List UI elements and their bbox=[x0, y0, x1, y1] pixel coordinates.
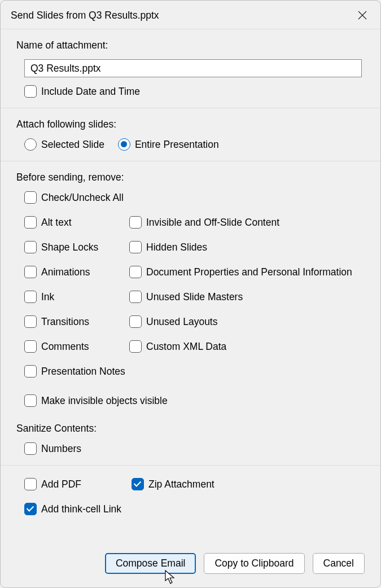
transitions-label[interactable]: Transitions bbox=[41, 316, 89, 328]
attachment-name-input[interactable] bbox=[24, 59, 362, 77]
ink-checkbox[interactable] bbox=[24, 291, 37, 303]
selected-slide-radio[interactable] bbox=[24, 138, 37, 151]
invisible-content-checkbox[interactable] bbox=[129, 216, 142, 229]
sanitize-section: Sanitize Contents: Numbers bbox=[1, 419, 380, 465]
add-link-label[interactable]: Add think-cell Link bbox=[41, 503, 121, 515]
alt-text-checkbox[interactable] bbox=[24, 216, 37, 229]
scope-label: Attach following slides: bbox=[16, 119, 365, 130]
shape-locks-label[interactable]: Shape Locks bbox=[41, 242, 98, 253]
close-icon bbox=[358, 11, 367, 20]
entire-presentation-label[interactable]: Entire Presentation bbox=[135, 139, 219, 151]
scope-section: Attach following slides: Selected Slide … bbox=[1, 108, 380, 161]
add-link-checkbox[interactable] bbox=[24, 503, 37, 515]
ink-label[interactable]: Ink bbox=[41, 291, 54, 303]
entire-presentation-radio[interactable] bbox=[118, 138, 130, 151]
include-date-checkbox[interactable] bbox=[24, 85, 37, 98]
include-date-row: Include Date and Time bbox=[24, 85, 365, 98]
sanitize-label: Sanitize Contents: bbox=[16, 423, 365, 435]
titlebar: Send Slides from Q3 Results.pptx bbox=[1, 1, 380, 29]
cancel-button[interactable]: Cancel bbox=[313, 553, 365, 574]
unused-masters-checkbox[interactable] bbox=[129, 291, 142, 303]
copy-clipboard-button[interactable]: Copy to Clipboard bbox=[204, 553, 304, 574]
transitions-checkbox[interactable] bbox=[24, 315, 37, 328]
comments-label[interactable]: Comments bbox=[41, 341, 89, 353]
attachment-section: Name of attachment: Include Date and Tim… bbox=[1, 29, 380, 108]
remove-section: Before sending, remove: Check/Uncheck Al… bbox=[1, 161, 380, 419]
add-pdf-label[interactable]: Add PDF bbox=[41, 479, 81, 490]
selected-slide-label[interactable]: Selected Slide bbox=[41, 139, 104, 151]
doc-properties-checkbox[interactable] bbox=[129, 266, 142, 278]
check-all-label[interactable]: Check/Uncheck All bbox=[41, 192, 124, 204]
dialog-title: Send Slides from Q3 Results.pptx bbox=[11, 10, 159, 21]
zip-label[interactable]: Zip Attachment bbox=[148, 479, 214, 490]
numbers-checkbox[interactable] bbox=[24, 442, 37, 455]
include-date-label[interactable]: Include Date and Time bbox=[41, 86, 140, 98]
custom-xml-label[interactable]: Custom XML Data bbox=[146, 341, 226, 353]
custom-xml-checkbox[interactable] bbox=[129, 340, 142, 353]
alt-text-label[interactable]: Alt text bbox=[41, 217, 72, 229]
unused-layouts-checkbox[interactable] bbox=[129, 315, 142, 328]
doc-properties-label[interactable]: Document Properties and Personal Informa… bbox=[146, 266, 352, 278]
output-section: Add PDF Add think-cell Link Zip Attachme… bbox=[1, 465, 380, 528]
numbers-label[interactable]: Numbers bbox=[41, 443, 81, 455]
shape-locks-checkbox[interactable] bbox=[24, 241, 37, 253]
animations-checkbox[interactable] bbox=[24, 266, 37, 278]
invisible-content-label[interactable]: Invisible and Off-Slide Content bbox=[146, 217, 279, 229]
make-visible-checkbox[interactable] bbox=[24, 394, 37, 407]
zip-checkbox[interactable] bbox=[132, 478, 144, 490]
presentation-notes-checkbox[interactable] bbox=[24, 365, 37, 378]
check-all-checkbox[interactable] bbox=[24, 191, 37, 204]
hidden-slides-checkbox[interactable] bbox=[129, 241, 142, 253]
make-visible-label[interactable]: Make invisible objects visible bbox=[41, 395, 168, 407]
compose-email-button[interactable]: Compose Email bbox=[105, 553, 196, 574]
button-bar: Compose Email Copy to Clipboard Cancel bbox=[1, 550, 380, 587]
animations-label[interactable]: Animations bbox=[41, 266, 90, 278]
hidden-slides-label[interactable]: Hidden Slides bbox=[146, 242, 207, 253]
scope-radio-group: Selected Slide Entire Presentation bbox=[24, 138, 219, 151]
send-slides-dialog: Send Slides from Q3 Results.pptx Name of… bbox=[0, 0, 381, 588]
add-pdf-checkbox[interactable] bbox=[24, 478, 37, 490]
attachment-label: Name of attachment: bbox=[16, 40, 365, 51]
comments-checkbox[interactable] bbox=[24, 340, 37, 353]
unused-layouts-label[interactable]: Unused Layouts bbox=[146, 316, 217, 328]
presentation-notes-label[interactable]: Presentation Notes bbox=[41, 366, 125, 378]
close-button[interactable] bbox=[354, 7, 370, 23]
unused-masters-label[interactable]: Unused Slide Masters bbox=[146, 291, 243, 303]
remove-label: Before sending, remove: bbox=[16, 172, 365, 183]
